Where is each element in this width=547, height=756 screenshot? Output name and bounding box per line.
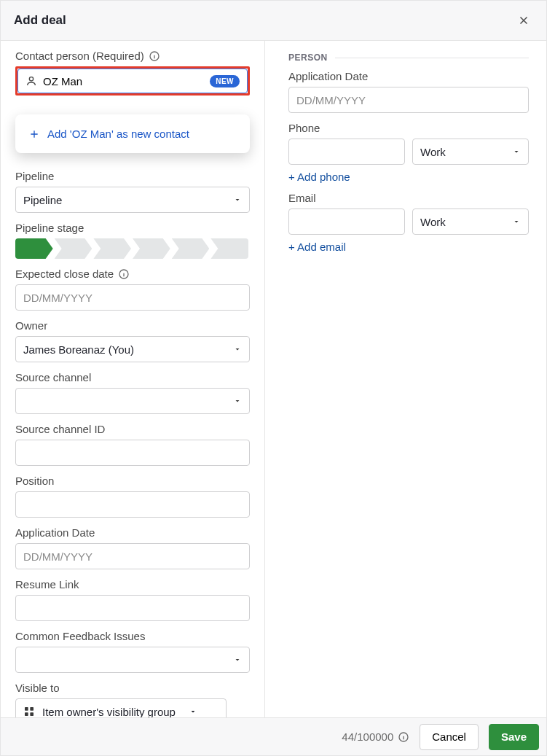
close-button[interactable]	[514, 11, 533, 30]
person-icon	[25, 75, 37, 87]
add-new-contact-option[interactable]: Add 'OZ Man' as new contact	[15, 125, 250, 143]
info-icon[interactable]	[149, 50, 160, 62]
application-date-right-input[interactable]	[288, 87, 529, 113]
svg-rect-6	[30, 712, 34, 716]
stage-4[interactable]	[133, 238, 170, 259]
owner-select[interactable]: James Boreanaz (You)	[15, 336, 250, 362]
owner-value: James Boreanaz (You)	[23, 343, 134, 356]
chevron-down-icon	[233, 397, 242, 405]
cancel-button[interactable]: Cancel	[420, 724, 479, 750]
plus-icon	[28, 128, 40, 140]
pipeline-label: Pipeline	[15, 170, 250, 182]
visible-to-label: Visible to	[15, 682, 250, 694]
person-section-title: PERSON	[288, 52, 529, 63]
pipeline-stage-bar[interactable]	[15, 238, 250, 259]
chevron-down-icon	[233, 195, 242, 204]
info-icon[interactable]	[118, 268, 130, 280]
close-icon	[517, 14, 530, 27]
stage-3[interactable]	[93, 238, 131, 259]
phone-type-value: Work	[420, 146, 446, 158]
chevron-down-icon	[189, 707, 197, 716]
divider	[335, 58, 529, 58]
svg-rect-4	[30, 707, 34, 711]
usage-counter-text: 44/100000	[342, 730, 393, 743]
info-icon[interactable]	[398, 731, 409, 743]
svg-rect-5	[25, 712, 28, 716]
contact-person-label-text: Contact person (Required)	[15, 50, 144, 62]
phone-input[interactable]	[288, 139, 405, 165]
contact-person-label: Contact person (Required)	[15, 50, 250, 62]
contact-person-field[interactable]: NEW	[17, 69, 248, 93]
chevron-down-icon	[512, 217, 521, 226]
feedback-label: Common Feedback Issues	[15, 630, 250, 642]
source-channel-select[interactable]	[15, 388, 250, 414]
stage-2[interactable]	[55, 238, 93, 259]
contact-person-input[interactable]	[43, 69, 204, 93]
svg-rect-3	[25, 707, 28, 711]
expected-close-input[interactable]	[15, 284, 250, 311]
position-input[interactable]	[15, 491, 250, 518]
usage-counter: 44/100000	[342, 730, 409, 743]
owner-label: Owner	[15, 319, 250, 332]
application-date-left-input[interactable]	[15, 543, 250, 569]
resume-link-input[interactable]	[15, 595, 250, 621]
add-new-contact-text: Add 'OZ Man' as new contact	[47, 128, 189, 140]
modal-header: Add deal	[1, 1, 546, 41]
feedback-select[interactable]	[15, 647, 250, 673]
stage-6[interactable]	[210, 238, 248, 259]
chevron-down-icon	[512, 147, 521, 156]
contact-suggestion-dropdown: Add 'OZ Man' as new contact	[15, 114, 250, 153]
pipeline-select[interactable]: Pipeline	[15, 187, 250, 213]
pipeline-value: Pipeline	[23, 194, 62, 206]
new-badge: NEW	[210, 75, 240, 87]
email-type-select[interactable]: Work	[412, 209, 529, 235]
application-date-right-label: Application Date	[288, 70, 529, 82]
source-channel-label: Source channel	[15, 371, 250, 383]
email-label: Email	[288, 192, 529, 204]
save-button[interactable]: Save	[489, 724, 539, 750]
svg-point-1	[29, 77, 33, 81]
visibility-group-icon	[23, 706, 35, 717]
add-phone-link[interactable]: + Add phone	[288, 171, 350, 183]
email-type-value: Work	[420, 216, 446, 228]
expected-close-label: Expected close date	[15, 268, 250, 280]
right-column: PERSON Application Date Phone Work + Add…	[265, 41, 546, 717]
phone-type-select[interactable]: Work	[412, 139, 529, 165]
contact-person-field-highlight: NEW	[15, 66, 250, 96]
chevron-down-icon	[233, 655, 242, 664]
person-section-title-text: PERSON	[288, 52, 328, 63]
modal-footer: 44/100000 Cancel Save	[1, 717, 546, 755]
email-input[interactable]	[288, 209, 405, 235]
visible-to-value: Item owner's visibility group	[42, 706, 176, 718]
add-email-link[interactable]: + Add email	[288, 241, 346, 253]
expected-close-label-text: Expected close date	[15, 268, 114, 280]
source-channel-id-input[interactable]	[15, 440, 250, 466]
left-column: Contact person (Required) NEW	[1, 41, 265, 717]
visible-to-select[interactable]: Item owner's visibility group	[15, 698, 227, 717]
modal-title: Add deal	[14, 13, 66, 28]
resume-link-label: Resume Link	[15, 578, 250, 591]
application-date-left-label: Application Date	[15, 526, 250, 539]
stage-1[interactable]	[15, 238, 53, 259]
pipeline-stage-label: Pipeline stage	[15, 222, 250, 234]
source-channel-id-label: Source channel ID	[15, 423, 250, 435]
position-label: Position	[15, 475, 250, 487]
chevron-down-icon	[233, 345, 242, 354]
stage-5[interactable]	[172, 238, 210, 259]
phone-label: Phone	[288, 122, 529, 134]
